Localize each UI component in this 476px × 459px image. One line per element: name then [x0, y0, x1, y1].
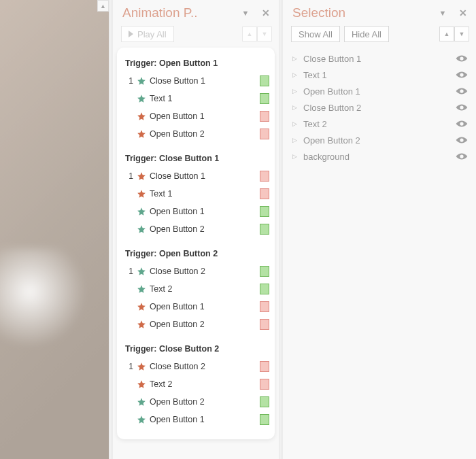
animation-item[interactable]: Open Button 1: [121, 107, 271, 125]
trigger-block: Trigger: Open Button 21Close Button 2Tex…: [121, 248, 271, 333]
play-all-button[interactable]: Play All: [121, 26, 174, 42]
animation-pane-menu[interactable]: ▼: [239, 7, 252, 19]
trigger-block: Trigger: Close Button 21Close Button 2Te…: [121, 343, 271, 428]
animation-item[interactable]: Open Button 2: [121, 316, 271, 333]
move-down-button[interactable]: ▼: [257, 27, 272, 41]
star-icon: [136, 224, 147, 235]
selection-pane-close[interactable]: ✕: [457, 7, 469, 19]
star-icon: [136, 284, 147, 294]
animation-item[interactable]: 1Close Button 1: [121, 167, 271, 185]
trigger-title: Trigger: Close Button 2: [121, 343, 271, 358]
animation-item[interactable]: Text 2: [121, 280, 271, 298]
slide-canvas[interactable]: ▲: [0, 0, 109, 459]
selection-item[interactable]: ▷Close Button 2: [292, 99, 469, 116]
visibility-toggle[interactable]: [454, 88, 469, 95]
trigger-title: Trigger: Open Button 2: [121, 248, 271, 262]
animation-item[interactable]: 1Close Button 2: [121, 358, 271, 375]
timing-swatch: [260, 379, 269, 390]
star-icon: [136, 129, 147, 139]
animation-label: Close Button 2: [150, 267, 257, 276]
expand-icon[interactable]: ▷: [292, 153, 299, 160]
move-up-button[interactable]: ▲: [242, 27, 257, 41]
show-all-button[interactable]: Show All: [291, 26, 340, 42]
animation-label: Open Button 2: [150, 224, 257, 234]
timing-swatch: [260, 396, 269, 407]
visibility-toggle[interactable]: [454, 153, 469, 160]
selection-item[interactable]: ▷background: [292, 148, 469, 165]
animation-label: Open Button 2: [150, 397, 257, 407]
animation-label: Open Button 2: [150, 320, 257, 329]
animation-item[interactable]: Text 1: [121, 185, 271, 203]
animation-label: Text 2: [150, 379, 257, 389]
bring-forward-button[interactable]: ▲: [439, 27, 454, 41]
star-icon: [136, 206, 147, 217]
star-icon: [136, 188, 147, 199]
expand-icon[interactable]: ▷: [292, 55, 299, 62]
selection-item[interactable]: ▷Open Button 2: [292, 132, 469, 148]
visibility-toggle[interactable]: [454, 55, 469, 62]
animation-label: Open Button 1: [150, 415, 257, 424]
selection-item[interactable]: ▷Open Button 1: [292, 83, 469, 99]
expand-icon[interactable]: ▷: [292, 104, 299, 111]
visibility-toggle[interactable]: [454, 104, 469, 111]
trigger-block: Trigger: Open Button 11Close Button 1Tex…: [121, 57, 271, 143]
animation-pane: Animation P.. ▼ ✕ Play All ▲ ▼ Trigger: …: [112, 0, 279, 459]
trigger-block: Trigger: Close Button 11Close Button 1Te…: [121, 152, 271, 238]
animation-label: Text 2: [150, 284, 257, 294]
selection-item[interactable]: ▷Text 2: [292, 116, 469, 132]
animation-item[interactable]: Open Button 1: [121, 411, 271, 428]
selection-item-name: Text 2: [303, 119, 450, 129]
animation-order: 1: [124, 267, 133, 276]
animation-item[interactable]: 1Close Button 2: [121, 262, 271, 280]
play-all-label: Play All: [137, 29, 167, 39]
slide-object: [0, 248, 95, 357]
selection-item-name: Open Button 2: [303, 135, 450, 146]
trigger-title: Trigger: Open Button 1: [121, 57, 271, 72]
animation-label: Text 1: [150, 94, 257, 103]
animation-order: 1: [124, 171, 133, 181]
animation-pane-close[interactable]: ✕: [260, 7, 272, 19]
animation-label: Close Button 1: [150, 171, 257, 181]
timing-swatch: [260, 361, 269, 372]
timing-swatch: [260, 224, 269, 235]
animation-item[interactable]: Open Button 1: [121, 203, 271, 220]
selection-pane-menu[interactable]: ▼: [437, 7, 449, 19]
timing-swatch: [260, 319, 269, 330]
animation-item[interactable]: Open Button 2: [121, 125, 271, 143]
send-backward-button[interactable]: ▼: [454, 27, 469, 41]
scroll-up-button[interactable]: ▲: [97, 0, 109, 12]
star-icon: [136, 319, 147, 330]
animation-item[interactable]: 1Close Button 1: [121, 72, 271, 90]
timing-swatch: [260, 129, 269, 139]
animation-label: Open Button 2: [150, 129, 257, 139]
selection-item[interactable]: ▷Text 1: [292, 67, 469, 83]
animation-item[interactable]: Open Button 2: [121, 220, 271, 238]
visibility-toggle[interactable]: [454, 71, 469, 78]
timing-swatch: [260, 93, 269, 104]
timing-swatch: [260, 266, 269, 277]
expand-icon[interactable]: ▷: [292, 137, 299, 143]
animation-order: 1: [124, 362, 133, 371]
selection-list: ▷Close Button 1▷Text 1▷Open Button 1▷Clo…: [283, 48, 476, 167]
selection-item-name: Open Button 1: [303, 86, 450, 97]
expand-icon[interactable]: ▷: [292, 71, 299, 78]
expand-icon[interactable]: ▷: [292, 88, 299, 95]
selection-item-name: background: [303, 152, 450, 162]
animation-item[interactable]: Text 1: [121, 90, 271, 107]
selection-item-name: Close Button 1: [303, 54, 450, 64]
visibility-toggle[interactable]: [454, 137, 469, 143]
animation-item[interactable]: Open Button 1: [121, 298, 271, 316]
star-icon: [136, 396, 147, 407]
animation-item[interactable]: Open Button 2: [121, 393, 271, 411]
timing-swatch: [260, 301, 269, 312]
timing-swatch: [260, 206, 269, 217]
selection-item[interactable]: ▷Close Button 1: [292, 50, 469, 67]
expand-icon[interactable]: ▷: [292, 120, 299, 127]
timing-swatch: [260, 111, 269, 122]
animation-item[interactable]: Text 2: [121, 375, 271, 393]
visibility-toggle[interactable]: [454, 120, 469, 127]
animation-label: Open Button 1: [150, 112, 257, 121]
selection-item-name: Text 1: [303, 70, 450, 80]
selection-pane-title: Selection: [292, 5, 434, 20]
hide-all-button[interactable]: Hide All: [344, 26, 389, 42]
